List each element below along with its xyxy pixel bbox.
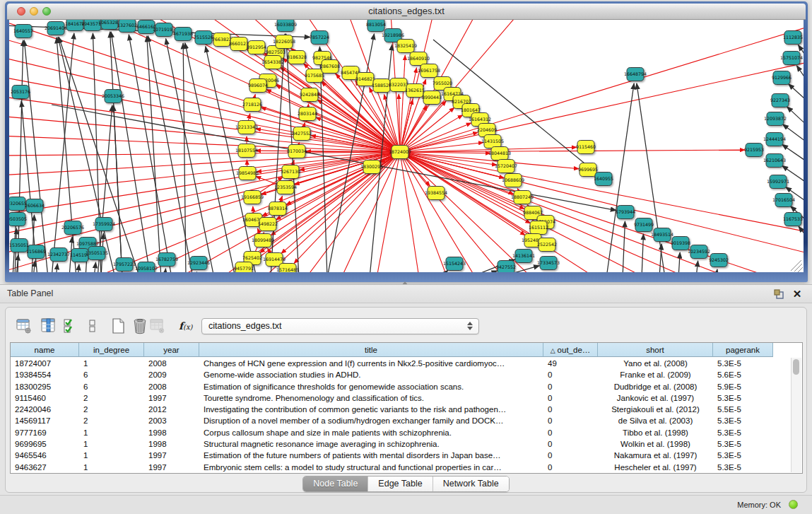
graph-node[interactable]: 10234592 [688,245,710,259]
table-row[interactable]: 911546021997Tourette syndrome. Phenomeno… [11,392,802,404]
table-row[interactable]: 1938455462009Genome-wide association stu… [11,369,802,380]
graph-node[interactable]: 19384554 [425,187,447,200]
graph-node[interactable]: 16543382 [261,56,284,69]
graph-node[interactable]: 20206576 [61,221,84,235]
graph-node[interactable]: 15720407 [495,160,517,173]
graph-node[interactable]: 8427552 [292,127,312,141]
graph-node[interactable]: 12342737 [47,248,70,262]
table-row[interactable]: 1872400712008Changes of HCN gene express… [11,358,802,369]
graph-node[interactable]: 2053176 [11,86,30,99]
graph-node[interactable]: 18724007 [389,146,411,159]
graph-node[interactable]: 8660123 [229,37,249,51]
column-header-title[interactable]: title [199,343,543,357]
graph-node[interactable]: 18226058 [273,35,295,49]
column-header-short[interactable]: short [598,343,713,357]
graph-node[interactable]: 2803144 [298,107,317,121]
graph-node[interactable]: 4671938 [173,28,193,41]
column-header-year[interactable]: year [144,343,199,357]
graph-node[interactable]: 9503505 [9,213,27,226]
graph-node[interactable]: 9019398 [671,237,690,250]
graph-node[interactable]: 20691406 [45,22,67,35]
graph-node[interactable]: 9215953 [744,144,764,157]
graph-node[interactable]: 17957223 [113,258,136,271]
graph-node[interactable]: 1535051 [9,239,29,252]
graph-node[interactable]: 8186328 [287,51,307,64]
table-row[interactable]: 946554611997Estimation of the future num… [11,450,802,461]
trash-icon[interactable] [131,317,148,335]
graph-node[interactable]: 17016504 [772,194,795,207]
graph-node[interactable]: 9457791 [234,262,254,273]
graph-node[interactable]: 9427552 [496,261,516,273]
graph-node[interactable]: 11431505 [481,135,504,148]
network-canvas[interactable]: 1640557206914061841674194357141065328713… [9,20,804,272]
new-document-icon[interactable] [110,317,126,335]
table-row[interactable]: 1456911722003Disruption of a novel membe… [11,415,802,426]
graph-node[interactable]: 1640557 [13,25,33,38]
table-settings-icon[interactable] [16,317,33,335]
column-header-pagerank[interactable]: pagerank [713,343,773,357]
graph-node[interactable]: 8990443 [422,91,442,105]
graph-node[interactable]: 9129966 [772,71,792,85]
function-icon[interactable]: f(x) [177,317,194,335]
float-window-icon[interactable] [772,288,785,300]
graph-node[interactable]: 18493514 [651,228,673,242]
graph-node[interactable]: 9242848 [300,88,319,102]
tab-edge-table[interactable]: Edge Table [367,477,432,491]
table-row[interactable]: 1830029562008Estimation of significance … [11,381,802,392]
close-icon[interactable]: ✕ [791,288,804,300]
graph-node[interactable]: 8170034 [287,145,307,158]
tab-node-table[interactable]: Node Table [303,477,367,491]
scrollbar-thumb[interactable] [793,359,799,375]
graph-node[interactable]: 2867608 [320,60,340,74]
graph-node[interactable]: 18099489 [252,234,274,247]
vertical-scrollbar[interactable] [791,358,801,472]
graph-node[interactable]: 3267130 [281,165,300,179]
graph-node[interactable]: 12923446 [187,257,210,270]
graph-node[interactable]: 2522542 [537,238,557,252]
graph-node[interactable]: 18107554 [235,144,258,158]
graph-node[interactable]: 14136141 [512,250,535,263]
graph-node[interactable]: 8813054 [366,20,386,32]
graph-node[interactable]: 6793944 [616,206,635,219]
graph-node[interactable]: 13505135 [86,247,108,260]
graph-node[interactable]: 9731499 [634,218,654,232]
graph-node[interactable]: 9896074 [248,79,268,93]
graph-node[interactable]: 1327602 [117,20,137,33]
graph-node[interactable]: 9227343 [770,94,790,107]
graph-node[interactable]: 10688609 [502,174,524,187]
graph-node[interactable]: 7515526 [194,31,213,45]
graph-node[interactable]: 7857224 [310,31,329,45]
graph-node[interactable]: 15154243 [443,257,466,271]
network-window-titlebar[interactable]: citations_edges.txt [7,4,806,20]
graph-node[interactable]: 18300295 [360,160,383,174]
graph-node[interactable]: 1167533 [783,213,803,226]
table-row[interactable]: 977716911998Corpus callosum shape and si… [11,427,802,438]
graph-node[interactable]: 16782759 [155,253,178,267]
graph-node[interactable]: 19166859 [241,191,264,204]
graph-node[interactable]: 19854985 [236,167,259,180]
table-row[interactable]: 2242004622012Investigating the contribut… [11,404,802,415]
graph-node[interactable]: 17334573 [537,257,560,270]
graph-node[interactable]: 8878314 [268,202,288,216]
graph-node[interactable]: 5498222 [258,218,278,231]
cell-pair-icon[interactable] [84,317,101,335]
graph-node[interactable]: 2606634 [25,199,45,213]
graph-node[interactable]: 17359924 [93,218,115,231]
graph-node[interactable]: 15716485 [276,264,299,273]
graph-node[interactable]: 20053346 [102,90,124,103]
graph-node[interactable]: 10958107 [135,262,158,273]
graph-node[interactable]: 16210643 [763,154,786,168]
table-row[interactable]: 969969511998Structural magnetic resonanc… [11,438,802,450]
column-header-out_de[interactable]: △out_de… [543,343,598,357]
graph-node[interactable]: 12213343 [235,121,258,134]
graph-node[interactable]: 1112835 [783,31,803,45]
graph-node[interactable]: 18807249 [511,191,534,204]
tab-network-table[interactable]: Network Table [433,477,509,491]
graph-node[interactable]: 18640910 [407,52,430,66]
graph-node[interactable]: 12444194 [763,133,786,146]
graph-node[interactable]: 10719193 [153,23,175,37]
column-header-in_degree[interactable]: in_degree [79,343,144,357]
graph-node[interactable]: 16961758 [418,64,440,78]
graph-node[interactable]: 18325419 [394,40,417,53]
graph-node[interactable]: 9115460 [576,141,596,154]
